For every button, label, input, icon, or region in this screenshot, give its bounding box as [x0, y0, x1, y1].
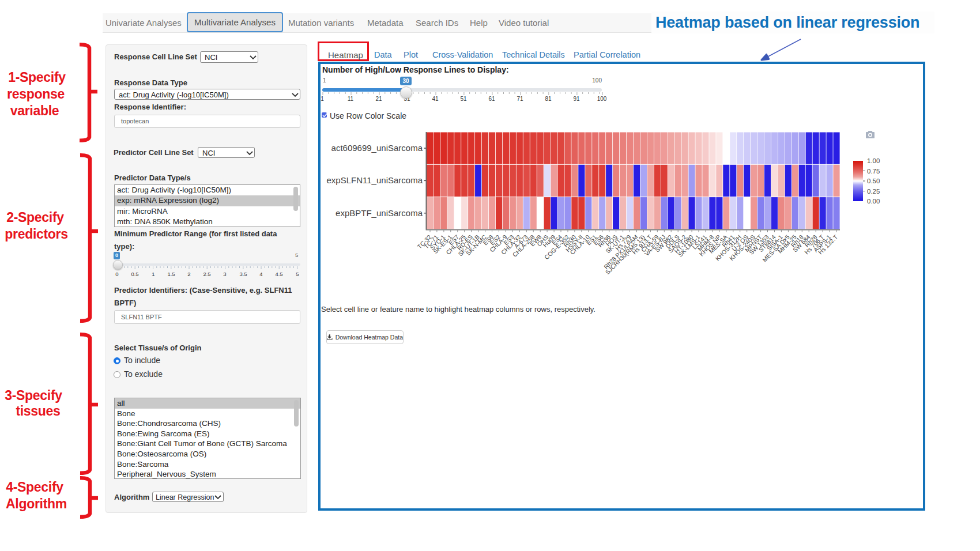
svg-text:0.25: 0.25: [867, 188, 880, 195]
svg-text:expSLFN11_uniSarcoma: expSLFN11_uniSarcoma: [327, 175, 423, 185]
svg-text:1.00: 1.00: [867, 157, 880, 164]
svg-text:0.50: 0.50: [867, 178, 880, 184]
svg-text:act609699_uniSarcoma: act609699_uniSarcoma: [331, 143, 423, 153]
svg-text:0.75: 0.75: [867, 168, 880, 175]
svg-text:0.00: 0.00: [867, 198, 880, 205]
svg-text:expBPTF_uniSarcoma: expBPTF_uniSarcoma: [336, 208, 423, 218]
